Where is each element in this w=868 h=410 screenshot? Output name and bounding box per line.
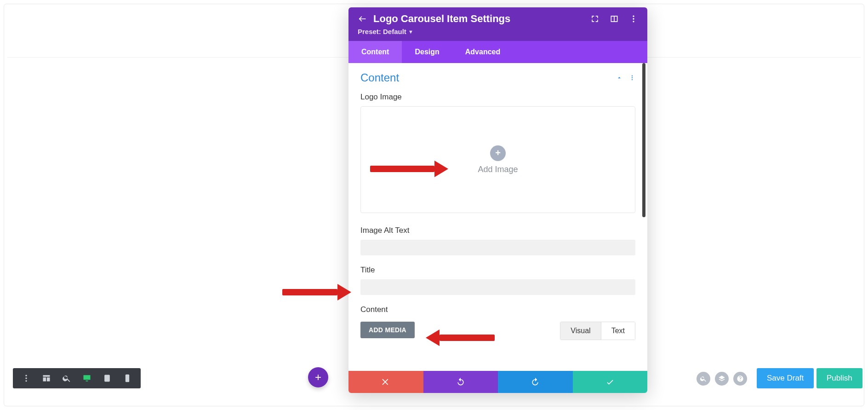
svg-rect-10 bbox=[126, 375, 129, 382]
svg-point-4 bbox=[632, 77, 633, 78]
chevron-up-icon[interactable] bbox=[616, 75, 622, 81]
logo-image-label: Logo Image bbox=[360, 92, 635, 102]
cancel-button[interactable] bbox=[348, 371, 423, 393]
redo-icon bbox=[531, 377, 540, 387]
columns-icon[interactable] bbox=[610, 14, 619, 23]
section-kebab-icon[interactable] bbox=[629, 75, 635, 81]
question-icon bbox=[737, 375, 744, 382]
check-icon bbox=[605, 377, 615, 387]
svg-rect-9 bbox=[104, 375, 110, 382]
plus-icon: + bbox=[315, 371, 321, 384]
toolbar-wireframe[interactable] bbox=[38, 370, 55, 387]
modal-tab-bar: Content Design Advanced bbox=[348, 41, 647, 63]
add-module-fab[interactable]: + bbox=[308, 367, 328, 387]
image-alt-label: Image Alt Text bbox=[360, 226, 635, 235]
preset-label: Preset: Default bbox=[358, 28, 406, 35]
kebab-icon[interactable] bbox=[629, 14, 638, 23]
section-title: Content bbox=[360, 71, 399, 84]
history-button[interactable] bbox=[697, 372, 710, 386]
phone-icon bbox=[123, 374, 132, 383]
svg-point-3 bbox=[632, 75, 633, 76]
search-icon bbox=[700, 375, 707, 382]
toolbar-desktop[interactable] bbox=[78, 370, 96, 387]
save-draft-button[interactable]: Save Draft bbox=[757, 368, 814, 388]
builder-toolbar bbox=[13, 368, 141, 388]
back-icon[interactable] bbox=[358, 14, 367, 23]
section-header[interactable]: Content bbox=[360, 71, 635, 84]
redo-button[interactable] bbox=[498, 371, 573, 393]
confirm-button[interactable] bbox=[573, 371, 648, 393]
editor-mode-tabs: Visual Text bbox=[560, 322, 635, 340]
toolbar-kebab[interactable] bbox=[17, 370, 35, 387]
title-input[interactable] bbox=[360, 279, 635, 295]
scrollbar-thumb[interactable] bbox=[642, 63, 645, 217]
tab-advanced[interactable]: Advanced bbox=[452, 41, 513, 63]
layers-icon bbox=[718, 375, 725, 382]
add-image-text: Add Image bbox=[478, 165, 518, 174]
wireframe-icon bbox=[42, 374, 51, 383]
toolbar-tablet[interactable] bbox=[98, 370, 116, 387]
modal-footer bbox=[348, 371, 647, 393]
add-media-button[interactable]: ADD MEDIA bbox=[360, 322, 415, 338]
desktop-icon bbox=[82, 374, 91, 383]
svg-point-5 bbox=[632, 79, 633, 80]
plus-icon: + bbox=[490, 145, 506, 161]
editor-tab-visual[interactable]: Visual bbox=[560, 322, 600, 340]
settings-modal: Logo Carousel Item Settings Preset: Defa… bbox=[348, 7, 647, 393]
svg-point-6 bbox=[25, 375, 27, 376]
undo-icon bbox=[456, 377, 465, 387]
svg-point-8 bbox=[25, 380, 27, 381]
toolbar-zoom[interactable] bbox=[58, 370, 75, 387]
svg-point-2 bbox=[633, 21, 634, 22]
layers-button[interactable] bbox=[715, 372, 729, 386]
title-label: Title bbox=[360, 266, 635, 275]
preset-selector[interactable]: Preset: Default ▼ bbox=[358, 28, 638, 35]
toolbar-phone[interactable] bbox=[119, 370, 136, 387]
expand-icon[interactable] bbox=[590, 14, 600, 23]
content-label: Content bbox=[360, 305, 635, 314]
undo-button[interactable] bbox=[423, 371, 498, 393]
publish-button[interactable]: Publish bbox=[817, 368, 862, 388]
image-alt-input[interactable] bbox=[360, 240, 635, 255]
search-icon bbox=[62, 374, 71, 383]
modal-body: Content Logo Image + Add Image Image Alt… bbox=[348, 63, 647, 371]
tab-content[interactable]: Content bbox=[348, 41, 402, 63]
svg-point-0 bbox=[633, 16, 634, 17]
close-icon bbox=[381, 377, 390, 387]
modal-header: Logo Carousel Item Settings Preset: Defa… bbox=[348, 7, 647, 41]
editor-tab-text[interactable]: Text bbox=[601, 322, 635, 340]
svg-point-1 bbox=[633, 18, 634, 19]
modal-title: Logo Carousel Item Settings bbox=[373, 13, 510, 25]
caret-down-icon: ▼ bbox=[408, 29, 413, 35]
help-button[interactable] bbox=[733, 372, 747, 386]
add-image-box[interactable]: + Add Image bbox=[360, 106, 635, 213]
kebab-icon bbox=[22, 374, 31, 383]
svg-point-7 bbox=[25, 377, 27, 379]
tab-design[interactable]: Design bbox=[402, 41, 452, 63]
tablet-icon bbox=[103, 374, 112, 383]
